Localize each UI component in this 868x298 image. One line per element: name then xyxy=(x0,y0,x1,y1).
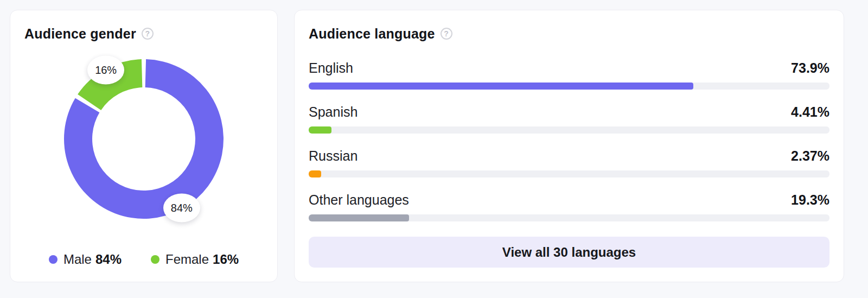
language-card-title: Audience language xyxy=(309,26,435,42)
gender-donut-chart: 84% 16% xyxy=(54,49,233,229)
language-row: English 73.9% xyxy=(309,60,829,90)
language-label: English xyxy=(309,60,353,76)
legend-value: 16% xyxy=(213,252,239,267)
language-label: Spanish xyxy=(309,104,358,120)
legend-label: Male xyxy=(63,252,92,267)
legend-label: Female xyxy=(165,252,209,267)
legend-item-female: Female 16% xyxy=(151,252,239,267)
language-value: 4.41% xyxy=(791,104,829,120)
male-dot-icon xyxy=(49,255,58,264)
help-icon[interactable]: ? xyxy=(441,28,452,40)
bar-fill xyxy=(309,83,693,90)
language-value: 19.3% xyxy=(791,192,829,208)
audience-language-card: Audience language ? English 73.9% Spanis… xyxy=(294,10,844,282)
gender-legend: Male 84% Female 16% xyxy=(24,251,263,268)
language-label: Other languages xyxy=(309,192,409,208)
donut-svg xyxy=(54,49,233,229)
gender-card-title: Audience gender xyxy=(24,26,136,42)
donut-label-male: 84% xyxy=(163,194,200,223)
bar-track xyxy=(309,126,829,134)
language-row: Other languages 19.3% xyxy=(309,192,829,221)
view-all-languages-button[interactable]: View all 30 languages xyxy=(309,237,829,268)
bar-fill xyxy=(309,214,409,221)
language-list: English 73.9% Spanish 4.41% Russian xyxy=(309,60,829,236)
language-label: Russian xyxy=(309,148,358,164)
language-value: 73.9% xyxy=(791,60,829,76)
bar-track xyxy=(309,170,829,177)
language-value: 2.37% xyxy=(791,148,829,164)
audience-dashboard: Audience gender ? 84% 16% Male 84% Femal… xyxy=(0,0,868,292)
language-row: Spanish 4.41% xyxy=(309,104,829,134)
audience-gender-card: Audience gender ? 84% 16% Male 84% Femal… xyxy=(10,10,278,282)
language-card-header: Audience language ? xyxy=(309,26,829,42)
legend-value: 84% xyxy=(95,252,122,267)
gender-card-header: Audience gender ? xyxy=(24,26,263,42)
bar-fill xyxy=(309,126,331,134)
legend-item-male: Male 84% xyxy=(49,252,122,267)
help-icon[interactable]: ? xyxy=(142,28,154,40)
bar-fill xyxy=(309,170,321,177)
language-row: Russian 2.37% xyxy=(309,148,829,177)
donut-label-female: 16% xyxy=(87,55,124,84)
bar-track xyxy=(309,214,829,221)
female-dot-icon xyxy=(151,255,159,264)
bar-track xyxy=(309,83,829,90)
